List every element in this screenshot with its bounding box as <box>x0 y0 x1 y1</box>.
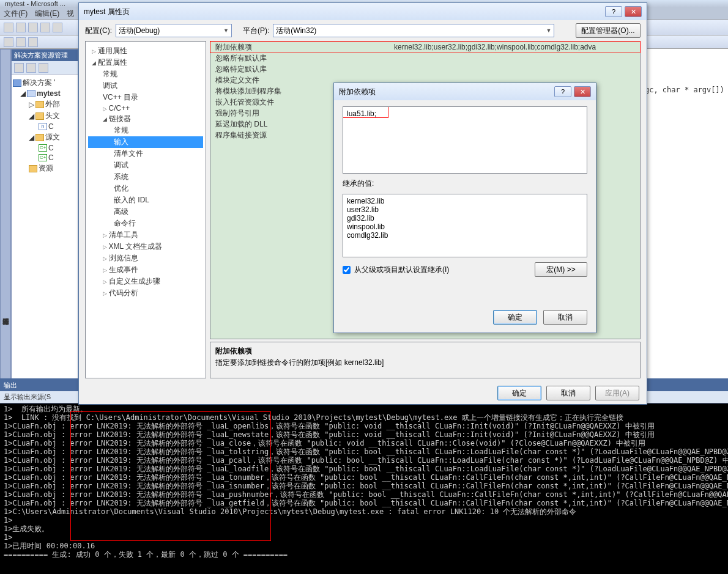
platform-value: 活动(Win32) <box>276 26 316 36</box>
folder-icon <box>35 112 44 120</box>
prop-tree-item[interactable]: 常规 <box>88 68 203 80</box>
prop-tree-item[interactable]: 配置属性 <box>88 57 203 68</box>
prop-tree-item[interactable]: C/C++ <box>88 103 203 113</box>
inherit-list-item[interactable]: gdi32.lib <box>347 214 583 223</box>
config-value: 活动(Debug) <box>119 26 160 36</box>
cancel-button[interactable]: 取消 <box>543 310 587 325</box>
open-icon[interactable] <box>28 23 38 32</box>
prop-tree-item[interactable]: 优化 <box>88 183 203 194</box>
inherit-list-item[interactable]: kernel32.lib <box>347 197 583 205</box>
apply-button[interactable]: 应用(A) <box>595 386 639 400</box>
editor-code-fragment: gc, char * argv[]) <box>645 86 724 94</box>
prop-tree-item[interactable]: 命令行 <box>88 218 203 229</box>
inherit-label: 继承的值: <box>343 178 587 189</box>
property-tree[interactable]: 通用属性配置属性常规调试VC++ 目录C/C++链接器常规输入清单文件调试系统优… <box>85 41 206 378</box>
inherit-checkbox-label: 从父级或项目默认设置继承(I) <box>354 265 449 275</box>
toolbar2-icon[interactable] <box>4 37 13 47</box>
output-body[interactable]: 1> 所有输出均为最新。 1> LINK : 没有找到 C:\Users\Adm… <box>0 403 728 574</box>
property-description: 附加依赖项 指定要添加到链接命令行的附加项[例如 kernel32.lib] <box>210 342 641 378</box>
toolbar2-icon[interactable] <box>16 37 26 47</box>
config-combo[interactable]: 活动(Debug)▼ <box>116 24 232 37</box>
prop-tree-item[interactable]: 清单文件 <box>88 148 203 160</box>
solution-root[interactable]: 解决方案 ' <box>13 77 76 89</box>
inherit-list-item[interactable]: comdlg32.lib <box>347 231 583 240</box>
chevron-down-icon: ▼ <box>546 28 551 34</box>
config-manager-button[interactable]: 配置管理器(O)... <box>576 23 641 38</box>
solution-root-label: 解决方案 ' <box>23 78 56 88</box>
menu-view[interactable]: 视 <box>67 9 74 19</box>
prop-tree-item[interactable]: 浏览信息 <box>88 252 203 264</box>
config-label: 配置(C): <box>85 26 112 36</box>
menu-file[interactable]: 文件(F) <box>4 9 28 19</box>
resources-folder[interactable]: 资源 <box>13 163 76 174</box>
refresh-icon[interactable] <box>39 63 48 73</box>
deps-textarea-value: lua51.lib; <box>347 109 376 118</box>
macros-button[interactable]: 宏(M) >> <box>535 262 587 277</box>
grid-row[interactable]: 忽略所有默认库 <box>210 53 640 64</box>
prop-tree-item[interactable]: 通用属性 <box>88 45 203 57</box>
ok-button[interactable]: 确定 <box>497 386 541 400</box>
sources-folder[interactable]: ◢ 源文 <box>13 131 76 143</box>
cpp2-label: C <box>48 153 54 162</box>
cpp-file-2[interactable]: C+C <box>13 153 76 163</box>
save-icon[interactable] <box>40 23 50 32</box>
help-button[interactable]: ? <box>554 86 571 97</box>
property-top-row: 配置(C): 活动(Debug)▼ 平台(P): 活动(Win32)▼ 配置管理… <box>79 20 647 41</box>
inherit-list[interactable]: kernel32.libuser32.libgdi32.libwinspool.… <box>343 194 587 257</box>
inherit-checkbox-row[interactable]: 从父级或项目默认设置继承(I) <box>343 265 449 275</box>
property-pages-titlebar[interactable]: mytest 属性页 ? ✕ <box>79 3 647 20</box>
deps-dialog-titlebar[interactable]: 附加依赖项 ? ✕ <box>334 83 596 100</box>
add-item-icon[interactable] <box>16 23 26 32</box>
project-name: mytest <box>37 89 61 98</box>
cpp-file-icon: C+ <box>39 144 47 152</box>
ext-deps[interactable]: ▷ 外部 <box>13 98 76 110</box>
project-icon <box>27 90 35 97</box>
save-all-icon[interactable] <box>53 23 62 32</box>
ok-button[interactable]: 确定 <box>493 310 537 325</box>
cpp-file-icon: C+ <box>39 154 47 161</box>
toolbar2-icon[interactable] <box>28 37 38 47</box>
close-button[interactable]: ✕ <box>574 86 591 97</box>
help-button[interactable]: ? <box>605 6 622 17</box>
grid-label: 忽略特定默认库 <box>210 64 394 75</box>
grid-row[interactable]: 附加依赖项kernel32.lib;user32.lib;gdi32.lib;w… <box>210 42 640 53</box>
prop-tree-item[interactable]: 系统 <box>88 171 203 183</box>
solution-icon <box>13 79 21 87</box>
prop-tree-item[interactable]: 高级 <box>88 206 203 218</box>
inherit-list-item[interactable]: user32.lib <box>347 205 583 214</box>
new-project-icon[interactable] <box>4 23 13 32</box>
property-pages-title: mytest 属性页 <box>84 7 130 17</box>
inherit-checkbox[interactable] <box>343 266 351 274</box>
menu-edit[interactable]: 编辑(E) <box>35 9 59 19</box>
cancel-button[interactable]: 取消 <box>546 386 590 400</box>
header-file[interactable]: hC <box>13 122 76 131</box>
prop-tree-item[interactable]: XML 文档生成器 <box>88 241 203 252</box>
project-node[interactable]: ◢ mytest <box>13 89 76 98</box>
folder-icon <box>29 165 37 172</box>
prop-tree-item[interactable]: 生成事件 <box>88 264 203 276</box>
platform-combo[interactable]: 活动(Win32)▼ <box>273 24 554 37</box>
grid-row[interactable]: 忽略特定默认库 <box>210 64 640 75</box>
h-file-icon: h <box>39 123 47 130</box>
prop-tree-item[interactable]: 清单工具 <box>88 229 203 241</box>
grid-label: 附加依赖项 <box>210 42 394 53</box>
headers-label: 头文 <box>45 111 60 121</box>
prop-tree-item[interactable]: 自定义生成步骤 <box>88 276 203 287</box>
headers-folder[interactable]: ◢ 头文 <box>13 110 76 122</box>
prop-tree-item[interactable]: 代码分析 <box>88 287 203 299</box>
solution-toolbar[interactable] <box>12 61 78 75</box>
properties-icon[interactable] <box>14 63 24 73</box>
show-all-icon[interactable] <box>26 63 36 73</box>
deps-textarea[interactable]: lua51.lib; <box>343 106 587 174</box>
desc-title: 附加依赖项 <box>215 346 635 356</box>
inherit-list-item[interactable]: winspool.lib <box>347 223 583 231</box>
prop-tree-item[interactable]: 调试 <box>88 160 203 171</box>
prop-tree-item[interactable]: 嵌入的 IDL <box>88 194 203 206</box>
prop-tree-item[interactable]: 输入 <box>88 136 203 148</box>
prop-tree-item[interactable]: VC++ 目录 <box>88 92 203 103</box>
prop-tree-item[interactable]: 常规 <box>88 125 203 136</box>
prop-tree-item[interactable]: 调试 <box>88 80 203 92</box>
prop-tree-item[interactable]: 链接器 <box>88 113 203 125</box>
close-button[interactable]: ✕ <box>625 6 642 17</box>
cpp-file-1[interactable]: C+C <box>13 143 76 153</box>
